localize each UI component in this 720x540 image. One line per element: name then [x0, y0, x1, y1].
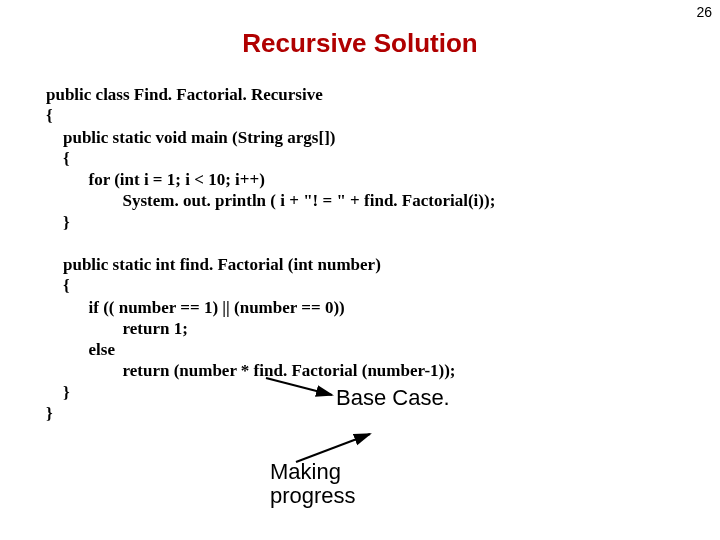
- arrow-making-progress: [0, 0, 720, 540]
- slide: 26 Recursive Solution public class Find.…: [0, 0, 720, 540]
- svg-line-1: [296, 434, 370, 462]
- annotation-making-progress: Making progress: [270, 460, 356, 508]
